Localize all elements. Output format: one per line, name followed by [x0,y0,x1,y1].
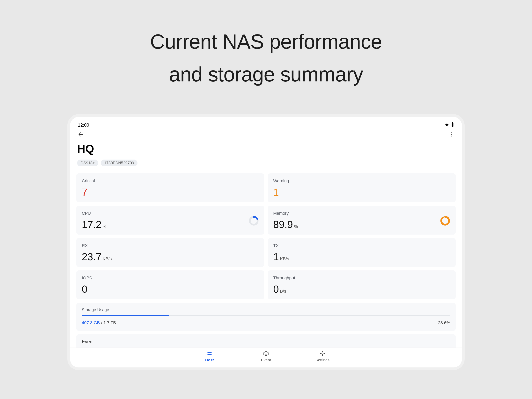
card-memory[interactable]: Memory 89.9 % [268,206,456,235]
card-iops[interactable]: IOPS 0 [76,270,264,299]
host-icon [206,350,213,357]
more-icon[interactable] [449,132,454,138]
storage-fill [82,315,169,316]
card-label: Warning [273,179,450,184]
card-label: Memory [273,211,450,216]
memory-ring-icon [440,216,450,226]
cpu-value: 17.2 [82,219,101,230]
back-icon[interactable] [78,131,84,138]
card-cpu[interactable]: CPU 17.2 % [76,206,264,235]
svg-point-14 [266,354,266,355]
storage-sep: / [100,320,103,325]
svg-point-15 [322,353,323,354]
memory-unit: % [294,224,298,229]
card-event[interactable]: Event [76,334,456,348]
card-label: IOPS [82,276,259,281]
page-title: HQ [77,142,455,155]
nav-settings[interactable]: Settings [314,350,331,362]
nav-host[interactable]: Host [201,350,218,362]
nav-label: Event [261,358,271,362]
nav-event[interactable]: Event [257,350,275,362]
nav-label: Host [205,358,214,362]
svg-rect-10 [208,352,212,353]
settings-icon [319,350,326,357]
warning-count: 1 [273,187,279,197]
storage-total: 1.7 TB [103,320,116,325]
card-tx[interactable]: TX 1 KB/s [268,238,456,267]
svg-point-9 [441,217,449,225]
chip-model[interactable]: DS918+ [77,160,98,166]
status-time: 12:00 [78,122,89,128]
cpu-unit: % [103,224,107,229]
storage-used: 407.3 GB [82,320,100,325]
card-label: Throughput [273,276,450,281]
svg-point-5 [451,135,452,137]
svg-rect-11 [208,354,212,355]
memory-value: 89.9 [273,219,293,230]
rx-value: 23.7 [82,252,101,262]
storage-bar [82,315,450,316]
throughput-unit: B/s [280,289,286,294]
event-label: Event [82,339,450,344]
device-frame: 12:00 HQ [67,114,465,370]
card-critical[interactable]: Critical 7 [76,174,264,202]
storage-label: Storage Usage [82,308,450,312]
storage-percent: 23.6% [438,320,450,325]
chip-serial[interactable]: 1780PDN529709 [101,160,138,166]
rx-unit: KB/s [103,256,112,261]
card-warning[interactable]: Warning 1 [268,174,456,202]
svg-point-4 [451,134,452,135]
nav-label: Settings [316,358,329,362]
storage-text: 407.3 GB / 1.7 TB [82,320,116,325]
card-throughput[interactable]: Throughput 0 B/s [268,270,456,299]
critical-count: 7 [82,187,88,197]
card-storage[interactable]: Storage Usage 407.3 GB / 1.7 TB 23.6% [76,303,456,331]
status-bar: 12:00 [76,121,456,129]
event-icon [263,350,269,357]
throughput-value: 0 [273,284,279,294]
headline-line1: Current NAS performance [150,30,382,53]
wifi-icon [444,122,450,128]
card-rx[interactable]: RX 23.7 KB/s [76,238,264,267]
iops-value: 0 [82,284,88,294]
bottom-nav: Host Event Settings [70,348,462,367]
svg-point-3 [451,133,452,134]
tx-unit: KB/s [280,256,289,261]
card-label: Critical [82,179,259,184]
headline-line2: and storage summary [169,63,363,86]
svg-rect-1 [452,122,453,123]
cpu-ring-icon [249,216,259,226]
card-label: TX [273,243,450,248]
app-bar [76,129,456,140]
card-label: RX [82,243,259,248]
battery-icon [451,122,454,128]
tx-value: 1 [273,252,279,262]
card-label: CPU [82,211,259,216]
svg-rect-0 [452,123,454,127]
marketing-headline: Current NAS performance and storage summ… [150,25,382,91]
